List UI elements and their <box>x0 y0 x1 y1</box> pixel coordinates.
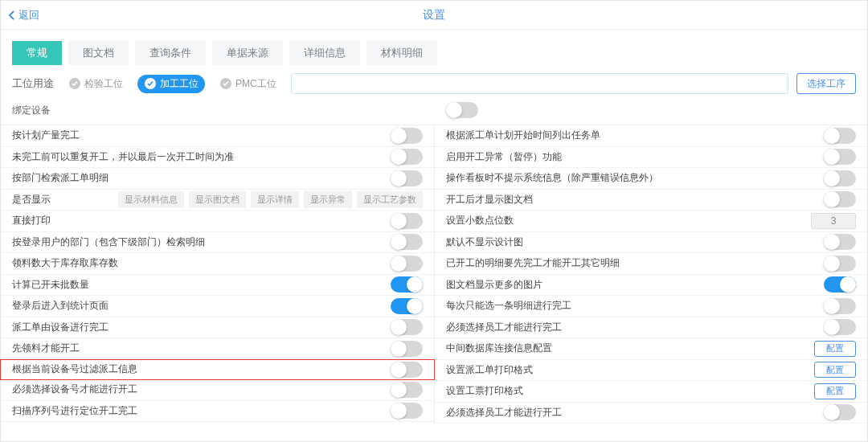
setting-label: 派工单由设备进行完工 <box>12 321 391 334</box>
usage-pmc-label: PMC工位 <box>235 77 276 91</box>
list-item: 派工单由设备进行完工 <box>1 317 434 339</box>
list-item: 扫描序列号进行定位开工完工 <box>1 401 434 423</box>
show-material-button[interactable]: 显示材料信息 <box>118 191 184 208</box>
list-item: 必须选择员工才能进行完工 <box>435 317 868 339</box>
list-item: 开工后才显示图文档 <box>435 190 868 211</box>
setting-label: 设置工票打印格式 <box>446 384 815 398</box>
setting-label: 按登录用户的部门（包含下级部门）检索明细 <box>12 235 391 249</box>
tab-query[interactable]: 查询条件 <box>135 41 206 65</box>
bind-device-row: 绑定设备 <box>1 99 867 125</box>
bind-device-label: 绑定设备 <box>12 104 57 117</box>
toggle[interactable] <box>391 319 423 335</box>
setting-label: 中间数据库连接信息配置 <box>446 342 815 355</box>
show-detail-button[interactable]: 显示详情 <box>251 191 299 208</box>
show-exception-button[interactable]: 显示异常 <box>304 191 352 208</box>
decimal-places-value[interactable]: 3 <box>811 213 856 229</box>
toggle[interactable] <box>391 234 423 250</box>
back-button[interactable]: 返回 <box>1 8 39 23</box>
setting-label: 必须选择员工才能进行开工 <box>446 406 825 419</box>
topbar: 返回 设置 <box>1 1 867 30</box>
toggle[interactable] <box>824 149 856 165</box>
setting-label: 按部门检索派工单明细 <box>12 171 391 185</box>
select-process-button[interactable]: 选择工序 <box>796 73 856 94</box>
chevron-left-icon <box>7 10 17 21</box>
setting-label: 启用开工异常（暂停）功能 <box>446 150 825 164</box>
toggle[interactable] <box>824 191 856 207</box>
check-circle-icon <box>219 77 232 90</box>
setting-label: 直接打印 <box>12 214 391 227</box>
station-usage-label: 工位用途 <box>12 76 54 91</box>
setting-label: 必须选择员工才能进行完工 <box>446 321 825 334</box>
usage-process-label: 加工工位 <box>160 77 199 91</box>
tab-source[interactable]: 单据来源 <box>212 41 283 65</box>
toggle[interactable] <box>391 149 423 165</box>
setting-label: 先领料才能开工 <box>12 342 391 355</box>
toggle[interactable] <box>391 298 423 314</box>
process-select-input[interactable] <box>291 73 788 94</box>
setting-label: 必须选择设备号才能进行开工 <box>12 383 391 396</box>
toggle[interactable] <box>391 213 423 229</box>
toggle[interactable] <box>824 234 856 250</box>
list-item: 已开工的明细要先完工才能开工其它明细 <box>435 253 868 275</box>
tab-general[interactable]: 常规 <box>12 41 62 65</box>
list-item: 每次只能选一条明细进行完工 <box>435 296 868 317</box>
settings-right-col: 根据派工单计划开始时间列出任务单 启用开工异常（暂停）功能 操作看板时不提示系统… <box>435 125 868 424</box>
list-item: 先领料才能开工 <box>1 338 434 360</box>
config-button[interactable]: 配置 <box>814 341 856 357</box>
list-item: 登录后进入到统计页面 <box>1 296 434 317</box>
toggle[interactable] <box>391 128 423 144</box>
toggle[interactable] <box>824 319 856 335</box>
toggle[interactable] <box>391 403 423 419</box>
setting-label: 已开工的明细要先完工才能开工其它明细 <box>446 256 825 270</box>
setting-label: 根据当前设备号过滤派工信息 <box>12 362 391 376</box>
show-drawing-button[interactable]: 显示图文档 <box>189 191 246 208</box>
list-item: 计算已开未批数量 <box>1 275 434 297</box>
tab-drawing[interactable]: 图文档 <box>68 41 129 65</box>
toggle[interactable] <box>824 170 856 186</box>
settings-left-col: 按计划产量完工 未完工前可以重复开工，并以最后一次开工时间为准 按部门检索派工单… <box>1 125 435 424</box>
list-item: 按登录用户的部门（包含下级部门）检索明细 <box>1 232 434 254</box>
usage-pmc-pill[interactable]: PMC工位 <box>213 75 283 93</box>
toggle[interactable] <box>391 341 423 357</box>
tabs: 常规 图文档 查询条件 单据来源 详细信息 材料明细 <box>1 30 867 68</box>
list-item: 启用开工异常（暂停）功能 <box>435 147 868 169</box>
check-circle-icon <box>144 77 157 90</box>
show-process-param-button[interactable]: 显示工艺参数 <box>357 191 423 208</box>
tab-material[interactable]: 材料明细 <box>366 41 437 65</box>
setting-label: 登录后进入到统计页面 <box>12 299 391 313</box>
usage-inspect-label: 检验工位 <box>84 77 123 91</box>
toggle[interactable] <box>391 362 423 378</box>
config-button[interactable]: 配置 <box>814 383 856 399</box>
list-item: 中间数据库连接信息配置配置 <box>435 338 868 360</box>
setting-label: 按计划产量完工 <box>12 129 391 142</box>
bind-device-toggle[interactable] <box>446 102 478 118</box>
list-item: 按部门检索派工单明细 <box>1 168 434 190</box>
toggle[interactable] <box>824 298 856 314</box>
setting-label: 每次只能选一条明细进行完工 <box>446 299 825 313</box>
toggle[interactable] <box>391 170 423 186</box>
list-item: 未完工前可以重复开工，并以最后一次开工时间为准 <box>1 147 434 169</box>
list-item: 设置派工单打印格式配置 <box>435 360 868 382</box>
back-label: 返回 <box>18 8 39 23</box>
usage-inspect-pill[interactable]: 检验工位 <box>62 75 129 93</box>
list-item: 设置工票打印格式配置 <box>435 381 868 403</box>
setting-label: 默认不显示设计图 <box>446 235 825 249</box>
toggle[interactable] <box>824 276 856 293</box>
setting-label: 扫描序列号进行定位开工完工 <box>12 404 391 418</box>
config-button[interactable]: 配置 <box>814 362 856 378</box>
station-usage-row: 工位用途 检验工位 加工工位 PMC工位 选择工序 <box>1 68 867 99</box>
setting-label: 根据派工单计划开始时间列出任务单 <box>446 129 825 142</box>
tab-detail[interactable]: 详细信息 <box>289 41 360 65</box>
toggle[interactable] <box>824 256 856 272</box>
list-item: 设置小数点位数 3 <box>435 211 868 232</box>
toggle[interactable] <box>824 128 856 144</box>
toggle[interactable] <box>391 382 423 398</box>
toggle[interactable] <box>824 404 856 420</box>
setting-label: 未完工前可以重复开工，并以最后一次开工时间为准 <box>12 150 391 164</box>
toggle[interactable] <box>391 276 423 293</box>
list-item: 按计划产量完工 <box>1 125 434 147</box>
toggle[interactable] <box>391 256 423 272</box>
setting-label: 图文档显示更多的图片 <box>446 278 825 292</box>
list-item-highlighted: 根据当前设备号过滤派工信息 <box>0 359 435 381</box>
usage-process-pill[interactable]: 加工工位 <box>137 75 205 93</box>
